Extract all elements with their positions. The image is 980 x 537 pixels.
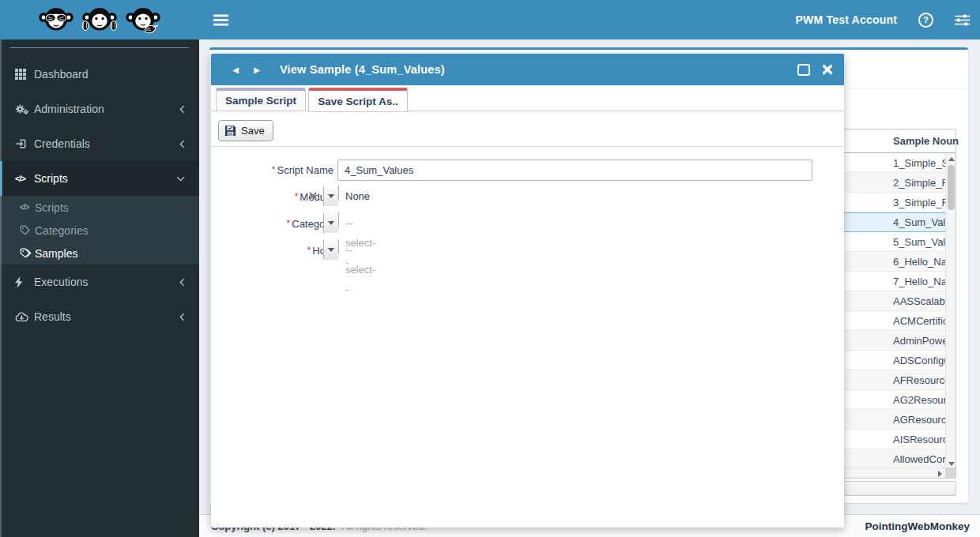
sidebar-item-label: Scripts [34, 172, 68, 185]
dropdown-arrow-button[interactable] [323, 186, 338, 206]
scroll-right-button[interactable] [935, 468, 945, 479]
triangle-down-icon [948, 462, 955, 466]
chevron-left-icon [179, 313, 185, 321]
sidebar-item-executions[interactable]: Executions [0, 265, 199, 299]
close-icon[interactable] [822, 64, 833, 75]
triangle-right-icon [938, 471, 942, 477]
category-combobox[interactable]: --select-- [337, 212, 339, 227]
dropdown-arrow-button[interactable] [323, 240, 338, 260]
sidebar-item-scripts[interactable]: </> Scripts [0, 161, 199, 196]
sidebar-subitem-samples[interactable]: Samples [0, 242, 199, 265]
monkey-hands-up-icon [81, 3, 118, 36]
triangle-down-icon [328, 221, 334, 225]
script-name-input[interactable] [337, 160, 812, 181]
sidebar-subitem-label: Samples [35, 247, 77, 260]
app-logo[interactable] [0, 0, 199, 39]
sidebar-item-label: Administration [34, 103, 104, 115]
sidebar-item-credentials[interactable]: Credentials [0, 126, 199, 161]
sidebar-item-results[interactable]: Results [0, 299, 199, 334]
cloud-download-icon [15, 311, 34, 322]
sidebar-subitem-label: Categories [35, 224, 89, 237]
footer-brand: PointingWebMonkey [865, 520, 970, 532]
host-combobox[interactable]: --select-- [337, 239, 339, 254]
required-marker: * [287, 218, 291, 229]
sidebar-subitem-label: Scripts [35, 201, 69, 214]
app-page: PWM Test Account ? Dashboard [0, 0, 980, 537]
sidebar-item-administration[interactable]: Administration [0, 92, 199, 126]
monkey-pointing-icon [125, 3, 161, 36]
hamburger-icon [213, 14, 228, 26]
required-marker: * [295, 191, 299, 202]
view-sample-modal: ◀ ▶ View Sample (4_Sum_Values) Sample Sc… [211, 54, 844, 528]
sidebar-item-label: Executions [34, 276, 88, 288]
module-combobox[interactable]: None [337, 186, 339, 201]
triangle-up-icon [948, 157, 955, 161]
sidebar-subitem-categories[interactable]: Categories [0, 219, 199, 242]
floppy-disk-icon [224, 125, 236, 137]
modal-header[interactable]: ◀ ▶ View Sample (4_Sum_Values) [211, 54, 844, 85]
settings-sliders-icon[interactable] [955, 14, 970, 26]
dropdown-arrow-button[interactable] [323, 213, 338, 233]
gears-icon [15, 103, 34, 115]
clear-selection-icon[interactable] [309, 192, 317, 200]
chevron-left-icon [179, 140, 185, 148]
sidebar-item-label: Dashboard [34, 68, 89, 81]
next-sample-icon[interactable]: ▶ [251, 66, 262, 74]
host-placeholder: --select-- [345, 240, 375, 299]
sidebar-toggle-button[interactable] [210, 9, 231, 30]
triangle-down-icon [328, 248, 334, 252]
form-row-script-name: *Script Name [211, 160, 844, 181]
form-row-module: *Module None [211, 186, 844, 208]
triangle-down-icon [328, 194, 334, 198]
tag-icon [20, 225, 35, 235]
tab-save-script-as[interactable]: Save Script As.. [308, 88, 408, 112]
code-icon: </> [15, 174, 34, 183]
sidebar-item-dashboard[interactable]: Dashboard [0, 57, 199, 92]
sidebar-item-label: Credentials [34, 137, 90, 150]
modal-toolbar: Save [211, 112, 844, 147]
module-value: None [345, 186, 370, 206]
prev-sample-icon[interactable]: ◀ [230, 66, 241, 74]
dashboard-grid-icon [15, 69, 34, 80]
host-label: *Host [211, 245, 337, 257]
sidebar: Dashboard Administration Credentials [0, 39, 199, 537]
vertical-scrollbar[interactable] [945, 153, 956, 469]
sign-in-icon [15, 138, 34, 149]
sidebar-menu: Dashboard Administration Credentials [0, 48, 199, 334]
script-name-label: *Script Name [211, 164, 337, 176]
tags-icon [20, 248, 35, 258]
modal-tabs: Sample Script Save Script As.. [211, 88, 844, 111]
save-as-form: *Script Name *Module None [211, 160, 844, 267]
navbar: PWM Test Account ? [199, 0, 980, 39]
help-icon[interactable]: ? [918, 13, 933, 28]
scrollbar-corner [945, 468, 956, 478]
save-button-label: Save [241, 125, 265, 137]
form-row-host: *Host --select-- [211, 240, 844, 261]
save-button[interactable]: Save [218, 120, 273, 141]
chevron-down-icon [176, 176, 185, 182]
modal-title: View Sample (4_Sum_Values) [280, 63, 445, 76]
sidebar-item-label: Results [34, 310, 71, 323]
maximize-icon[interactable] [797, 64, 810, 76]
category-label: *Category [211, 218, 337, 230]
code-icon: </> [20, 203, 35, 212]
monkey-see-no-evil-icon [38, 3, 74, 36]
scripts-submenu: </> Scripts Categories Samples [0, 196, 199, 265]
chevron-left-icon [179, 278, 185, 287]
bolt-icon [15, 276, 34, 288]
sidebar-subitem-scripts[interactable]: </> Scripts [0, 196, 199, 219]
scrollbar-thumb[interactable] [948, 165, 955, 210]
required-marker: * [307, 245, 311, 256]
scroll-up-button[interactable] [946, 153, 956, 164]
top-navbar: PWM Test Account ? [0, 0, 980, 39]
module-label: *Module [211, 191, 337, 203]
form-row-category: *Category --select-- [211, 213, 844, 235]
account-menu[interactable]: PWM Test Account [796, 13, 897, 26]
tab-sample-script[interactable]: Sample Script [216, 88, 306, 111]
chevron-left-icon [179, 105, 185, 114]
required-marker: * [272, 164, 276, 175]
